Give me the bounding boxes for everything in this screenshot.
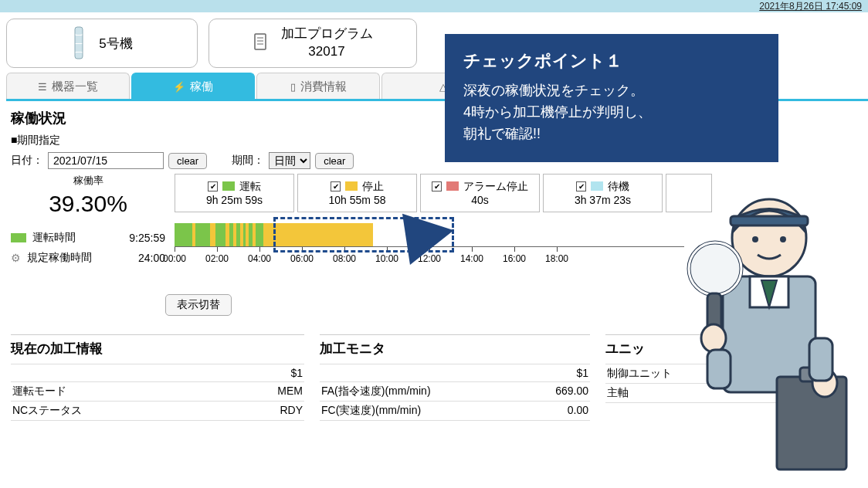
tick-label: 18:00 xyxy=(545,253,568,264)
callout-title: チェックポイント１ xyxy=(463,49,760,73)
timeline-segment xyxy=(263,223,373,246)
tab-consumption[interactable]: ▯消費情報 xyxy=(256,73,380,99)
document-icon xyxy=(253,32,269,55)
swatch-icon xyxy=(591,181,603,191)
tick-label: 02:00 xyxy=(205,253,229,264)
inspector-illustration xyxy=(661,184,862,485)
checkbox-icon[interactable]: ✔ xyxy=(432,181,442,191)
period-select[interactable]: 日間 xyxy=(269,152,310,169)
run-time-label: 運転時間 xyxy=(32,231,76,245)
timeline-segment xyxy=(175,223,192,246)
rate-label: 稼働率 xyxy=(11,174,165,188)
legend-alarm[interactable]: ✔アラーム停止 40s xyxy=(420,174,540,212)
clear-date-button[interactable]: clear xyxy=(168,153,207,169)
svg-rect-2 xyxy=(75,44,83,52)
toggle-view-button[interactable]: 表示切替 xyxy=(165,294,232,316)
svg-rect-5 xyxy=(255,34,266,49)
legend-time: 9h 25m 59s xyxy=(181,193,287,207)
program-label: 加工プログラム xyxy=(281,25,373,43)
legend-time: 10h 55m 58 xyxy=(304,193,410,207)
timeline-segment xyxy=(195,223,209,246)
swatch-icon xyxy=(345,181,358,191)
col-head: $1 xyxy=(290,367,303,379)
svg-rect-23 xyxy=(809,338,832,381)
timeline-segment xyxy=(215,223,226,246)
tab-operation[interactable]: ⚡稼働 xyxy=(131,73,255,99)
legend-label: アラーム停止 xyxy=(463,179,528,193)
swatch-icon xyxy=(222,181,235,191)
period-label: 期間： xyxy=(232,154,264,168)
table-row: NCステータスRDY xyxy=(11,402,304,421)
list-icon: ☰ xyxy=(38,81,47,93)
svg-rect-1 xyxy=(75,36,83,43)
tick-label: 00:00 xyxy=(163,253,186,264)
machine-card[interactable]: 5号機 xyxy=(6,19,198,68)
col-head: $1 xyxy=(576,367,588,379)
svg-point-20 xyxy=(701,324,726,352)
callout-line: 朝礼で確認!! xyxy=(463,126,541,141)
bolt-icon: ⚡ xyxy=(173,81,185,93)
legend-stop[interactable]: ✔停止 10h 55m 58 xyxy=(297,174,417,212)
table-row: 運転モードMEM xyxy=(11,382,304,402)
legend-time: 3h 37m 23s xyxy=(550,193,656,207)
std-time-value: 24:00 xyxy=(138,252,165,264)
panel-machining-monitor: 加工モニタ $1 FA(指令速度)(mm/min)669.00 FC(実速度)(… xyxy=(320,334,590,421)
run-time-value: 9:25:59 xyxy=(129,232,165,244)
std-time-label: 規定稼働時間 xyxy=(27,251,92,265)
clear-period-button[interactable]: clear xyxy=(315,153,354,169)
callout-overlay: チェックポイント１ 深夜の稼働状況をチェック。 4時から加工機停止が判明し、 朝… xyxy=(445,34,778,162)
legend-label: 停止 xyxy=(362,179,384,193)
tab-machine-list[interactable]: ☰機器一覧 xyxy=(6,73,130,99)
table-row: FA(指令速度)(mm/min)669.00 xyxy=(320,382,590,402)
svg-point-12 xyxy=(780,236,786,242)
timestamp: 2021年8月26日 17:45:09 xyxy=(759,0,862,13)
tab-label: 消費情報 xyxy=(300,80,347,94)
gear-icon: ⚙ xyxy=(11,252,21,264)
date-label: 日付： xyxy=(11,154,43,168)
checkbox-icon[interactable]: ✔ xyxy=(208,181,218,191)
legend-run[interactable]: ✔運転 9h 25m 59s xyxy=(175,174,294,212)
program-no: 32017 xyxy=(281,43,373,61)
svg-rect-22 xyxy=(707,350,731,388)
svg-rect-10 xyxy=(731,216,808,225)
checkbox-icon[interactable]: ✔ xyxy=(576,181,586,191)
tab-label: 機器一覧 xyxy=(52,80,98,94)
run-swatch-icon xyxy=(11,233,26,242)
legend-wait[interactable]: ✔待機 3h 37m 23s xyxy=(543,174,663,212)
legend-label: 運転 xyxy=(239,179,261,193)
rate-value: 39.30% xyxy=(11,191,165,217)
battery-icon: ▯ xyxy=(290,81,296,93)
svg-rect-3 xyxy=(75,53,83,59)
tick-label: 06:00 xyxy=(290,253,314,264)
tick-label: 14:00 xyxy=(460,253,483,264)
tab-label: 稼働 xyxy=(190,80,213,94)
date-input[interactable] xyxy=(48,152,164,169)
tower-light-icon xyxy=(71,25,86,61)
tick-label: 04:00 xyxy=(248,253,271,264)
callout-line: 深夜の稼働状況をチェック。 xyxy=(463,83,644,98)
callout-line: 4時から加工機停止が判明し、 xyxy=(463,104,652,120)
panel-title: 加工モニタ xyxy=(320,340,590,358)
tick-label: 08:00 xyxy=(333,253,356,264)
swatch-icon xyxy=(446,181,459,191)
table-row: FC(実速度)(mm/min)0.00 xyxy=(320,402,590,421)
panel-title: 現在の加工情報 xyxy=(11,340,304,358)
panel-current-machining: 現在の加工情報 $1 運転モードMEM NCステータスRDY xyxy=(11,334,304,421)
timeline-segment xyxy=(256,223,263,246)
legend: ✔運転 9h 25m 59s ✔停止 10h 55m 58 ✔アラーム停止 40… xyxy=(175,174,712,212)
machine-name: 5号機 xyxy=(99,35,132,53)
legend-time: 40s xyxy=(427,193,533,207)
timeline-segment xyxy=(210,223,215,246)
checkbox-icon[interactable]: ✔ xyxy=(331,181,341,191)
program-card[interactable]: 加工プログラム 32017 xyxy=(209,19,417,68)
tick-label: 16:00 xyxy=(503,253,526,264)
legend-label: 待機 xyxy=(608,179,629,193)
svg-rect-0 xyxy=(75,27,83,35)
svg-point-11 xyxy=(752,236,758,242)
